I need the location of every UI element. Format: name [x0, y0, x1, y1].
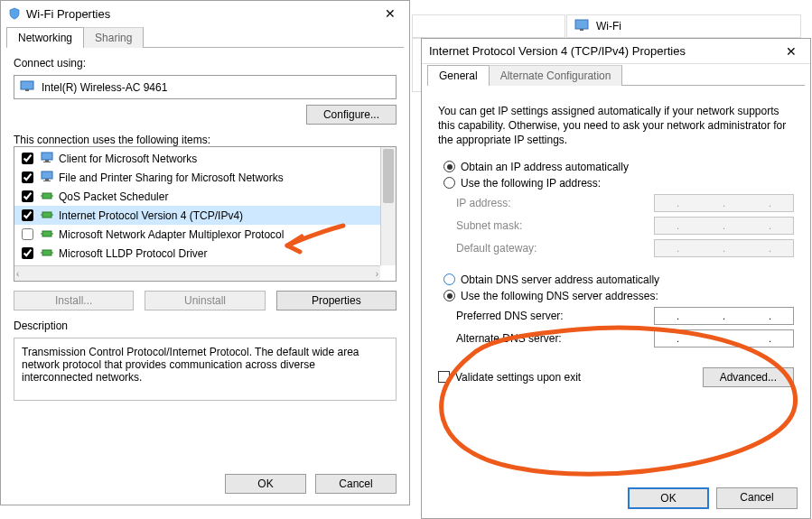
connect-using-label: Connect using:	[14, 57, 397, 70]
svg-rect-8	[45, 179, 49, 181]
net-icon	[41, 209, 55, 223]
configure-button[interactable]: Configure...	[306, 105, 397, 125]
checkbox-icon	[438, 371, 450, 383]
svg-rect-3	[25, 89, 29, 91]
ipv4-ok-button[interactable]: OK	[628, 487, 709, 509]
bg-wifi-label: Wi-Fi	[596, 20, 621, 32]
validate-checkbox[interactable]: Validate settings upon exit	[438, 371, 581, 384]
radio-obtain-ip[interactable]: Obtain an IP address automatically	[443, 161, 794, 173]
advanced-button[interactable]: Advanced...	[703, 367, 794, 387]
radio-obtain-dns[interactable]: Obtain DNS server address automatically	[443, 273, 794, 286]
svg-rect-2	[21, 81, 33, 89]
radio-icon	[443, 177, 455, 189]
item-checkbox[interactable]	[22, 171, 33, 183]
wifi-icon	[574, 19, 589, 34]
svg-rect-16	[42, 231, 51, 236]
net-icon	[41, 246, 55, 261]
ip-address-field: ...	[654, 194, 794, 212]
uninstall-button[interactable]: Uninstall	[145, 291, 265, 310]
ip-address-label: IP address:	[456, 197, 510, 209]
list-item[interactable]: File and Printer Sharing for Microsoft N…	[14, 168, 380, 187]
default-gateway-label: Default gateway:	[456, 242, 537, 255]
alternate-dns-label: Alternate DNS server:	[456, 332, 562, 345]
ipv4-properties-titlebar[interactable]: Internet Protocol Version 4 (TCP/IPv4) P…	[422, 39, 810, 64]
adapter-box: Intel(R) Wireless-AC 9461	[14, 75, 397, 99]
connection-uses-label: This connection uses the following items…	[14, 134, 397, 146]
item-label: Microsoft LLDP Protocol Driver	[59, 247, 208, 260]
item-checkbox[interactable]	[22, 190, 33, 202]
svg-rect-9	[43, 181, 51, 181]
wifi-properties-titlebar[interactable]: Wi-Fi Properties ✕	[1, 1, 409, 26]
ip-group: Obtain an IP address automatically Use t…	[438, 161, 794, 257]
wifi-properties-dialog: Wi-Fi Properties ✕ Networking Sharing Co…	[0, 0, 410, 505]
wifi-cancel-button[interactable]: Cancel	[315, 474, 397, 494]
radio-icon	[443, 290, 455, 301]
install-button[interactable]: Install...	[14, 291, 134, 310]
wifi-tabs: Networking Sharing	[6, 26, 404, 48]
svg-rect-6	[43, 162, 51, 162]
svg-rect-5	[45, 160, 49, 162]
svg-rect-4	[42, 153, 52, 160]
alternate-dns-field[interactable]: ...	[654, 329, 794, 348]
list-item[interactable]: Internet Protocol Version 4 (TCP/IPv4)	[14, 206, 380, 225]
tab-networking[interactable]: Networking	[6, 27, 84, 48]
list-item[interactable]: Microsoft Network Adapter Multiplexor Pr…	[14, 225, 380, 244]
tab-alternate-configuration[interactable]: Alternate Configuration	[489, 65, 623, 86]
svg-rect-10	[42, 193, 51, 199]
intro-text: You can get IP settings assigned automat…	[438, 104, 794, 148]
radio-use-ip[interactable]: Use the following IP address:	[443, 177, 794, 190]
shield-icon	[8, 7, 21, 20]
subnet-mask-label: Subnet mask:	[456, 219, 522, 232]
item-label: Internet Protocol Version 4 (TCP/IPv4)	[59, 209, 243, 222]
ipv4-properties-dialog: Internet Protocol Version 4 (TCP/IPv4) P…	[421, 38, 811, 519]
adapter-icon	[20, 79, 36, 95]
monitor-icon	[41, 152, 55, 166]
svg-rect-13	[42, 212, 51, 218]
ipv4-cancel-button[interactable]: Cancel	[716, 487, 798, 509]
horizontal-scrollbar[interactable]: ‹›	[14, 265, 380, 281]
svg-rect-0	[575, 20, 588, 29]
item-label: Microsoft Network Adapter Multiplexor Pr…	[59, 228, 284, 241]
dns-group: Obtain DNS server address automatically …	[438, 273, 794, 348]
item-checkbox[interactable]	[22, 153, 33, 164]
preferred-dns-field[interactable]: ...	[654, 307, 794, 325]
svg-rect-19	[42, 250, 51, 255]
description-box: Transmission Control Protocol/Internet P…	[14, 338, 397, 401]
net-icon	[41, 190, 55, 204]
ipv4-properties-title: Internet Protocol Version 4 (TCP/IPv4) P…	[429, 44, 686, 58]
item-checkbox[interactable]	[22, 209, 33, 221]
item-label: QoS Packet Scheduler	[59, 190, 168, 203]
svg-rect-1	[580, 29, 583, 31]
list-item[interactable]: QoS Packet Scheduler	[14, 187, 380, 206]
adapter-name: Intel(R) Wireless-AC 9461	[42, 81, 167, 94]
properties-button[interactable]: Properties	[276, 291, 397, 310]
ipv4-tabs: General Alternate Configuration	[427, 64, 805, 86]
monitor-icon	[41, 171, 55, 185]
subnet-mask-field: ...	[654, 217, 794, 235]
list-item[interactable]: Microsoft LLDP Protocol Driver	[14, 244, 380, 263]
wifi-ok-button[interactable]: OK	[225, 474, 306, 494]
net-icon	[41, 227, 55, 242]
radio-icon	[443, 273, 455, 285]
close-icon[interactable]: ✕	[778, 41, 805, 62]
default-gateway-field: ...	[654, 239, 794, 257]
item-label: Client for Microsoft Networks	[59, 153, 197, 165]
tab-sharing[interactable]: Sharing	[83, 27, 144, 48]
tab-general[interactable]: General	[427, 65, 490, 86]
item-checkbox[interactable]	[22, 228, 33, 240]
radio-use-dns[interactable]: Use the following DNS server addresses:	[443, 290, 794, 302]
description-label: Description	[14, 320, 397, 332]
close-icon[interactable]: ✕	[377, 3, 404, 24]
radio-icon	[443, 161, 455, 172]
item-label: File and Printer Sharing for Microsoft N…	[59, 171, 284, 184]
wifi-properties-title: Wi-Fi Properties	[26, 7, 110, 21]
vertical-scrollbar[interactable]	[380, 147, 396, 265]
list-item[interactable]: Client for Microsoft Networks	[14, 149, 380, 168]
item-checkbox[interactable]	[22, 247, 33, 259]
connection-items-listbox[interactable]: Client for Microsoft NetworksFile and Pr…	[14, 146, 397, 282]
svg-rect-7	[42, 171, 52, 179]
preferred-dns-label: Preferred DNS server:	[456, 310, 564, 322]
